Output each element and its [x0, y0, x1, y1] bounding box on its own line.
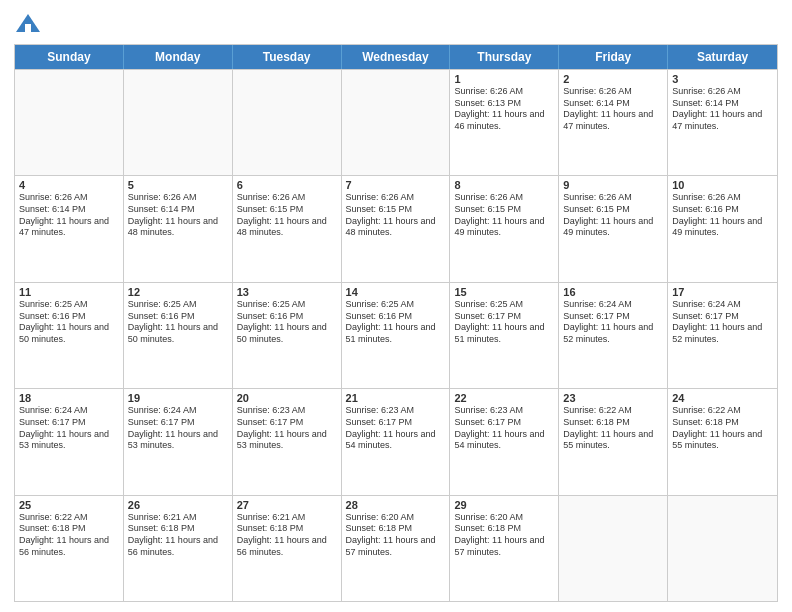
- cell-date: 15: [454, 286, 554, 298]
- cell-info: Sunrise: 6:25 AM Sunset: 6:16 PM Dayligh…: [237, 299, 337, 346]
- cell-date: 23: [563, 392, 663, 404]
- calendar-cell-3-5: 23Sunrise: 6:22 AM Sunset: 6:18 PM Dayli…: [559, 389, 668, 494]
- calendar-header-row: SundayMondayTuesdayWednesdayThursdayFrid…: [15, 45, 777, 69]
- calendar-cell-4-5: [559, 496, 668, 601]
- calendar-cell-2-6: 17Sunrise: 6:24 AM Sunset: 6:17 PM Dayli…: [668, 283, 777, 388]
- calendar-cell-1-6: 10Sunrise: 6:26 AM Sunset: 6:16 PM Dayli…: [668, 176, 777, 281]
- cell-info: Sunrise: 6:20 AM Sunset: 6:18 PM Dayligh…: [454, 512, 554, 559]
- cell-info: Sunrise: 6:25 AM Sunset: 6:17 PM Dayligh…: [454, 299, 554, 346]
- cell-info: Sunrise: 6:24 AM Sunset: 6:17 PM Dayligh…: [19, 405, 119, 452]
- calendar-cell-0-1: [124, 70, 233, 175]
- calendar-cell-2-1: 12Sunrise: 6:25 AM Sunset: 6:16 PM Dayli…: [124, 283, 233, 388]
- calendar-row-4: 25Sunrise: 6:22 AM Sunset: 6:18 PM Dayli…: [15, 495, 777, 601]
- cell-date: 20: [237, 392, 337, 404]
- cell-date: 4: [19, 179, 119, 191]
- calendar-cell-4-4: 29Sunrise: 6:20 AM Sunset: 6:18 PM Dayli…: [450, 496, 559, 601]
- calendar-body: 1Sunrise: 6:26 AM Sunset: 6:13 PM Daylig…: [15, 69, 777, 601]
- cell-info: Sunrise: 6:26 AM Sunset: 6:15 PM Dayligh…: [237, 192, 337, 239]
- calendar-cell-1-0: 4Sunrise: 6:26 AM Sunset: 6:14 PM Daylig…: [15, 176, 124, 281]
- page-header: [14, 10, 778, 38]
- cell-date: 27: [237, 499, 337, 511]
- cell-info: Sunrise: 6:21 AM Sunset: 6:18 PM Dayligh…: [237, 512, 337, 559]
- cell-info: Sunrise: 6:26 AM Sunset: 6:13 PM Dayligh…: [454, 86, 554, 133]
- cell-date: 6: [237, 179, 337, 191]
- logo: [14, 10, 46, 38]
- cell-date: 11: [19, 286, 119, 298]
- calendar-cell-2-0: 11Sunrise: 6:25 AM Sunset: 6:16 PM Dayli…: [15, 283, 124, 388]
- calendar-cell-3-3: 21Sunrise: 6:23 AM Sunset: 6:17 PM Dayli…: [342, 389, 451, 494]
- calendar-cell-0-4: 1Sunrise: 6:26 AM Sunset: 6:13 PM Daylig…: [450, 70, 559, 175]
- calendar-row-3: 18Sunrise: 6:24 AM Sunset: 6:17 PM Dayli…: [15, 388, 777, 494]
- cell-info: Sunrise: 6:26 AM Sunset: 6:15 PM Dayligh…: [563, 192, 663, 239]
- cell-date: 28: [346, 499, 446, 511]
- cell-date: 7: [346, 179, 446, 191]
- cell-info: Sunrise: 6:24 AM Sunset: 6:17 PM Dayligh…: [563, 299, 663, 346]
- calendar-cell-1-3: 7Sunrise: 6:26 AM Sunset: 6:15 PM Daylig…: [342, 176, 451, 281]
- cell-info: Sunrise: 6:26 AM Sunset: 6:14 PM Dayligh…: [128, 192, 228, 239]
- calendar-cell-1-4: 8Sunrise: 6:26 AM Sunset: 6:15 PM Daylig…: [450, 176, 559, 281]
- cell-info: Sunrise: 6:22 AM Sunset: 6:18 PM Dayligh…: [19, 512, 119, 559]
- cell-date: 24: [672, 392, 773, 404]
- cell-info: Sunrise: 6:26 AM Sunset: 6:14 PM Dayligh…: [672, 86, 773, 133]
- calendar-cell-4-0: 25Sunrise: 6:22 AM Sunset: 6:18 PM Dayli…: [15, 496, 124, 601]
- calendar-cell-2-4: 15Sunrise: 6:25 AM Sunset: 6:17 PM Dayli…: [450, 283, 559, 388]
- header-cell-friday: Friday: [559, 45, 668, 69]
- cell-info: Sunrise: 6:24 AM Sunset: 6:17 PM Dayligh…: [128, 405, 228, 452]
- cell-date: 10: [672, 179, 773, 191]
- calendar-cell-2-3: 14Sunrise: 6:25 AM Sunset: 6:16 PM Dayli…: [342, 283, 451, 388]
- cell-date: 5: [128, 179, 228, 191]
- cell-date: 12: [128, 286, 228, 298]
- cell-date: 19: [128, 392, 228, 404]
- cell-info: Sunrise: 6:25 AM Sunset: 6:16 PM Dayligh…: [346, 299, 446, 346]
- cell-date: 14: [346, 286, 446, 298]
- cell-info: Sunrise: 6:23 AM Sunset: 6:17 PM Dayligh…: [454, 405, 554, 452]
- cell-info: Sunrise: 6:26 AM Sunset: 6:15 PM Dayligh…: [454, 192, 554, 239]
- calendar-cell-3-0: 18Sunrise: 6:24 AM Sunset: 6:17 PM Dayli…: [15, 389, 124, 494]
- cell-info: Sunrise: 6:26 AM Sunset: 6:15 PM Dayligh…: [346, 192, 446, 239]
- cell-info: Sunrise: 6:25 AM Sunset: 6:16 PM Dayligh…: [19, 299, 119, 346]
- cell-info: Sunrise: 6:26 AM Sunset: 6:16 PM Dayligh…: [672, 192, 773, 239]
- calendar-row-1: 4Sunrise: 6:26 AM Sunset: 6:14 PM Daylig…: [15, 175, 777, 281]
- cell-date: 17: [672, 286, 773, 298]
- calendar-cell-3-2: 20Sunrise: 6:23 AM Sunset: 6:17 PM Dayli…: [233, 389, 342, 494]
- calendar-cell-4-6: [668, 496, 777, 601]
- cell-info: Sunrise: 6:25 AM Sunset: 6:16 PM Dayligh…: [128, 299, 228, 346]
- cell-info: Sunrise: 6:26 AM Sunset: 6:14 PM Dayligh…: [19, 192, 119, 239]
- cell-date: 29: [454, 499, 554, 511]
- cell-date: 18: [19, 392, 119, 404]
- svg-rect-1: [25, 24, 31, 32]
- cell-info: Sunrise: 6:20 AM Sunset: 6:18 PM Dayligh…: [346, 512, 446, 559]
- calendar-cell-0-5: 2Sunrise: 6:26 AM Sunset: 6:14 PM Daylig…: [559, 70, 668, 175]
- calendar-row-0: 1Sunrise: 6:26 AM Sunset: 6:13 PM Daylig…: [15, 69, 777, 175]
- calendar-cell-4-1: 26Sunrise: 6:21 AM Sunset: 6:18 PM Dayli…: [124, 496, 233, 601]
- header-cell-tuesday: Tuesday: [233, 45, 342, 69]
- cell-date: 25: [19, 499, 119, 511]
- cell-date: 2: [563, 73, 663, 85]
- calendar-cell-3-6: 24Sunrise: 6:22 AM Sunset: 6:18 PM Dayli…: [668, 389, 777, 494]
- calendar-cell-1-2: 6Sunrise: 6:26 AM Sunset: 6:15 PM Daylig…: [233, 176, 342, 281]
- cell-info: Sunrise: 6:23 AM Sunset: 6:17 PM Dayligh…: [346, 405, 446, 452]
- cell-info: Sunrise: 6:22 AM Sunset: 6:18 PM Dayligh…: [563, 405, 663, 452]
- cell-date: 9: [563, 179, 663, 191]
- cell-date: 3: [672, 73, 773, 85]
- calendar-cell-3-4: 22Sunrise: 6:23 AM Sunset: 6:17 PM Dayli…: [450, 389, 559, 494]
- cell-info: Sunrise: 6:21 AM Sunset: 6:18 PM Dayligh…: [128, 512, 228, 559]
- cell-date: 22: [454, 392, 554, 404]
- cell-date: 16: [563, 286, 663, 298]
- cell-info: Sunrise: 6:24 AM Sunset: 6:17 PM Dayligh…: [672, 299, 773, 346]
- calendar-cell-1-5: 9Sunrise: 6:26 AM Sunset: 6:15 PM Daylig…: [559, 176, 668, 281]
- header-cell-thursday: Thursday: [450, 45, 559, 69]
- header-cell-sunday: Sunday: [15, 45, 124, 69]
- calendar-cell-0-2: [233, 70, 342, 175]
- calendar-cell-1-1: 5Sunrise: 6:26 AM Sunset: 6:14 PM Daylig…: [124, 176, 233, 281]
- calendar-cell-2-5: 16Sunrise: 6:24 AM Sunset: 6:17 PM Dayli…: [559, 283, 668, 388]
- calendar-row-2: 11Sunrise: 6:25 AM Sunset: 6:16 PM Dayli…: [15, 282, 777, 388]
- calendar: SundayMondayTuesdayWednesdayThursdayFrid…: [14, 44, 778, 602]
- cell-date: 26: [128, 499, 228, 511]
- header-cell-wednesday: Wednesday: [342, 45, 451, 69]
- cell-info: Sunrise: 6:23 AM Sunset: 6:17 PM Dayligh…: [237, 405, 337, 452]
- calendar-cell-4-2: 27Sunrise: 6:21 AM Sunset: 6:18 PM Dayli…: [233, 496, 342, 601]
- header-cell-monday: Monday: [124, 45, 233, 69]
- calendar-cell-3-1: 19Sunrise: 6:24 AM Sunset: 6:17 PM Dayli…: [124, 389, 233, 494]
- cell-info: Sunrise: 6:22 AM Sunset: 6:18 PM Dayligh…: [672, 405, 773, 452]
